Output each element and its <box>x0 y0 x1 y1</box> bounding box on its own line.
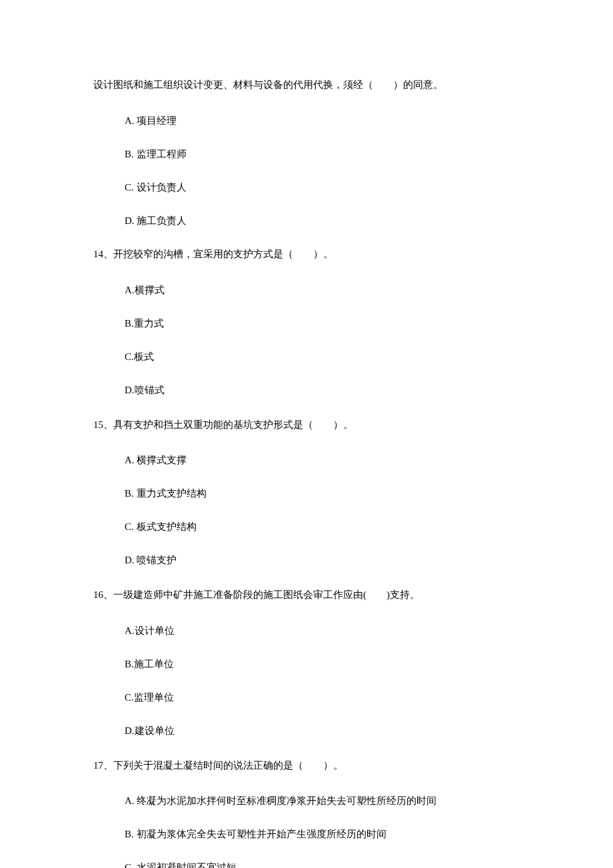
question-14: 14、开挖较窄的沟槽，宜采用的支护方式是（ ）。 A.横撑式 B.重力式 C.板… <box>93 246 546 398</box>
q14-option-c: C.板式 <box>125 349 546 365</box>
q17-option-a: A. 终凝为水泥加水拌何时至标准稠度净浆开始失去可塑性所经历的时间 <box>125 793 546 809</box>
question-17: 17、下列关于混凝土凝结时间的说法正确的是（ ）。 A. 终凝为水泥加水拌何时至… <box>93 757 546 869</box>
continuation-question-stem: 设计图纸和施工组织设计变更、材料与设备的代用代换，须经（ ）的同意。 <box>93 77 546 93</box>
q13-option-d: D. 施工负责人 <box>125 213 546 229</box>
q16-option-b: B.施工单位 <box>125 656 546 672</box>
q15-option-d: D. 喷锚支护 <box>125 552 546 568</box>
question-16: 16、一级建造师中矿井施工准备阶段的施工图纸会审工作应由( )支持。 A.设计单… <box>93 587 546 739</box>
q17-option-b: B. 初凝为浆体完全失去可塑性并开始产生强度所经历的时间 <box>125 826 546 842</box>
q16-option-d: D.建设单位 <box>125 723 546 739</box>
q16-option-c: C.监理单位 <box>125 689 546 705</box>
q14-option-b: B.重力式 <box>125 315 546 331</box>
q16-stem: 16、一级建造师中矿井施工准备阶段的施工图纸会审工作应由( )支持。 <box>93 587 546 604</box>
q15-option-a: A. 横撑式支撑 <box>125 452 546 468</box>
q15-stem: 15、具有支护和挡土双重功能的基坑支护形式是（ ）。 <box>93 417 546 434</box>
question-15: 15、具有支护和挡土双重功能的基坑支护形式是（ ）。 A. 横撑式支撑 B. 重… <box>93 417 546 569</box>
q14-option-a: A.横撑式 <box>125 282 546 298</box>
q13-option-b: B. 监理工程师 <box>125 146 546 162</box>
q15-option-b: B. 重力式支护结构 <box>125 485 546 501</box>
q15-option-c: C. 板式支护结构 <box>125 519 546 535</box>
q17-option-c: C. 水泥初凝时间不宜过短 <box>125 859 546 868</box>
q14-stem: 14、开挖较窄的沟槽，宜采用的支护方式是（ ）。 <box>93 246 546 263</box>
q17-stem: 17、下列关于混凝土凝结时间的说法正确的是（ ）。 <box>93 757 546 775</box>
q14-option-d: D.喷锚式 <box>125 382 546 398</box>
q16-option-a: A.设计单位 <box>125 623 546 639</box>
q13-option-a: A. 项目经理 <box>125 113 546 129</box>
q13-option-c: C. 设计负责人 <box>125 179 546 195</box>
